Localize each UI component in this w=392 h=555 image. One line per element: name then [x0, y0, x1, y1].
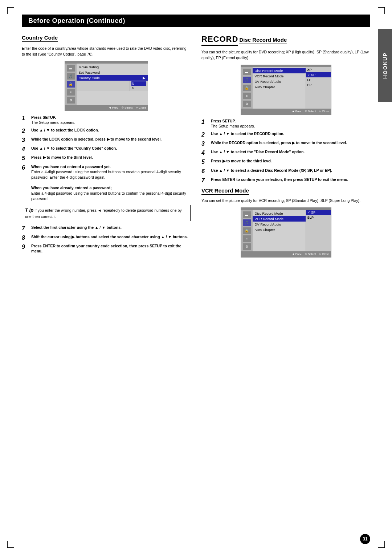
disc-record-menu-screenshot: ▬ 🎵 🔒 ≡ ⚙ Disc Record Mode VCR Record Mo… — [241, 65, 331, 115]
menu-icon-v3: 🔒 — [243, 227, 251, 234]
menu-row-dv-audio: DV Record Audio — [253, 79, 306, 84]
menu-row-set-password: Set Password — [77, 70, 148, 75]
menu-bottom-bar-r: ◄ Prev. ® Select ♪› Close — [241, 109, 331, 114]
menu-row-movie-rating: Movie Rating — [77, 64, 148, 70]
disc-steps-list: 1 Press SETUP. The Setup menu appears. 2… — [201, 118, 370, 184]
menu-icon-1: ▬ — [67, 65, 75, 72]
menu-row-auto-chapter: Auto Chapter — [253, 84, 306, 90]
menu-icon-v1: ▬ — [243, 211, 251, 218]
steps-list-1: 1 Press SETUP. The Setup menu appears. 2… — [22, 115, 191, 202]
disc-step-5: 5 Press ▶ to move to the third level. — [201, 158, 370, 165]
menu-icon-r3: 🔒 — [243, 85, 251, 91]
disc-record-body: You can set the picture quality for DVD … — [201, 49, 370, 61]
record-heading: RECORD — [201, 35, 238, 46]
menu-icon-3-selected: 🔒 — [67, 81, 75, 88]
menu-right-lp: LP — [306, 77, 331, 82]
menu-icon-5: ⚙ — [67, 97, 75, 104]
menu-right-v-sp: ✓ SP — [306, 210, 331, 215]
disc-record-mode-heading: Disc Record Mode — [239, 37, 287, 44]
step-4: 4 Use ▲ / ▼ to select the "Country Code"… — [22, 146, 191, 153]
menu-row-v-auto-chapter: Auto Chapter — [253, 227, 306, 232]
step-7: 7 Select the first character using the ▲… — [22, 225, 191, 232]
menu-content-col-r: Disc Record Mode VCR Record Mode DV Reco… — [253, 67, 306, 109]
page-container: Before Operation (Continued) Country Cod… — [0, 0, 392, 555]
menu-row-disc-record: Disc Record Mode — [253, 68, 306, 73]
menu-icon-r1: ▬ — [243, 69, 251, 75]
vcr-record-menu-screenshot: ▬ 🎵 🔒 ≡ ⚙ Disc Record Mode VCR Record Mo… — [241, 207, 331, 258]
menu-icons-col-r: ▬ 🎵 🔒 ≡ ⚙ — [241, 67, 253, 109]
vcr-record-body: You can set the picture quality for VCR … — [201, 198, 370, 204]
menu-right-ep: EP — [306, 82, 331, 88]
menu-icon-r5: ⚙ — [243, 101, 251, 107]
disc-step-7: 7 Press ENTER to confirm your selection,… — [201, 177, 370, 184]
menu-row-vcr-record: VCR Record Mode — [253, 73, 306, 79]
menu-icon-v5: ⚙ — [243, 243, 251, 250]
disc-step-3: 3 While the RECORD option is selected, p… — [201, 140, 370, 147]
menu-right-header: XP — [306, 67, 331, 72]
disc-step-1: 1 Press SETUP. The Setup menu appears. — [201, 118, 370, 129]
menu-icon-r4: ≡ — [243, 93, 251, 99]
menu-right-v-slp: SLP — [306, 215, 331, 220]
steps-list-2: 7 Select the first character using the ▲… — [22, 225, 191, 254]
menu-body-v: ▬ 🎵 🔒 ≡ ⚙ Disc Record Mode VCR Record Mo… — [241, 210, 331, 251]
sub-item-s: S — [131, 86, 146, 90]
menu-right-sp: ✓ SP — [306, 72, 331, 77]
menu-icon-v4: ≡ — [243, 235, 251, 242]
step-3: 3 While the LOCK option is selected, pre… — [22, 137, 191, 143]
menu-icon-r2-selected: 🎵 — [243, 77, 251, 83]
menu-icon-2: 🎵 — [67, 73, 75, 80]
menu-row-v-vcr-record: VCR Record Mode — [253, 216, 306, 222]
country-code-body: Enter the code of a country/area whose s… — [22, 46, 191, 57]
menu-row-country-code: Country Code ▶ — [77, 75, 148, 81]
menu-icon-v2-selected: 🎵 — [243, 219, 251, 226]
menu-body: ▬ 🎵 🔒 ≡ ⚙ Movie Rating Set Password Coun… — [65, 64, 148, 105]
left-column: Country Code Enter the code of a country… — [22, 35, 191, 261]
disc-step-2: 2 Use ▲ / ▼ to select the RECORD option. — [201, 131, 370, 138]
menu-right-col-v: ✓ SP SLP — [306, 210, 331, 251]
page-title: Before Operation (Continued) — [28, 17, 125, 24]
menu-content-col-v: Disc Record Mode VCR Record Mode DV Reco… — [253, 210, 306, 251]
step-9: 9 Press ENTER to confirm your country co… — [22, 243, 191, 254]
country-code-heading: Country Code — [22, 35, 58, 42]
sub-item-u: U — [131, 81, 146, 86]
step-6: 6 When you have not entered a password y… — [22, 164, 191, 202]
vcr-record-mode-heading: VCR Record Mode — [201, 187, 249, 195]
menu-icons-col: ▬ 🎵 🔒 ≡ ⚙ — [65, 64, 77, 105]
two-col-layout: Country Code Enter the code of a country… — [22, 35, 370, 261]
step-8: 8 Shift the cursor using ▶ buttons and s… — [22, 234, 191, 241]
disc-step-4: 4 Use ▲ / ▼ to select the "Disc Record M… — [201, 149, 370, 156]
menu-bottom-bar-v: ◄ Prev. ® Select ♪› Close — [241, 251, 331, 257]
menu-bottom-bar: ◄ Prev. ® Select ♪› Close — [65, 105, 148, 111]
step-2: 2 Use ▲ / ▼ to select the LOCK option. — [22, 127, 191, 134]
menu-sub-col: U S — [130, 81, 148, 91]
page-header: Before Operation (Continued) — [22, 15, 370, 27]
right-column: RECORD Disc Record Mode You can set the … — [201, 35, 370, 261]
menu-body-r: ▬ 🎵 🔒 ≡ ⚙ Disc Record Mode VCR Record Mo… — [241, 67, 331, 109]
menu-row-v-dv-audio: DV Record Audio — [253, 222, 306, 227]
menu-icons-col-v: ▬ 🎵 🔒 ≡ ⚙ — [241, 210, 253, 251]
menu-row-v-disc-record: Disc Record Mode — [253, 211, 306, 216]
tip-box: T ip If you enter the wrong number, pres… — [22, 205, 191, 221]
menu-right-col: XP ✓ SP LP EP — [306, 67, 331, 109]
page-number: 31 — [360, 534, 370, 544]
disc-step-6: 6 Use ▲ / ▼ to select a desired Disc Rec… — [201, 168, 370, 175]
country-code-menu-screenshot: ▬ 🎵 🔒 ≡ ⚙ Movie Rating Set Password Coun… — [65, 61, 148, 111]
menu-content-col: Movie Rating Set Password Country Code ▶… — [77, 64, 148, 105]
step-5: 5 Press ▶ to move to the third level. — [22, 155, 191, 162]
step-1: 1 Press SETUP. The Setup menu appears. — [22, 115, 191, 125]
menu-icon-4: ≡ — [67, 89, 75, 96]
